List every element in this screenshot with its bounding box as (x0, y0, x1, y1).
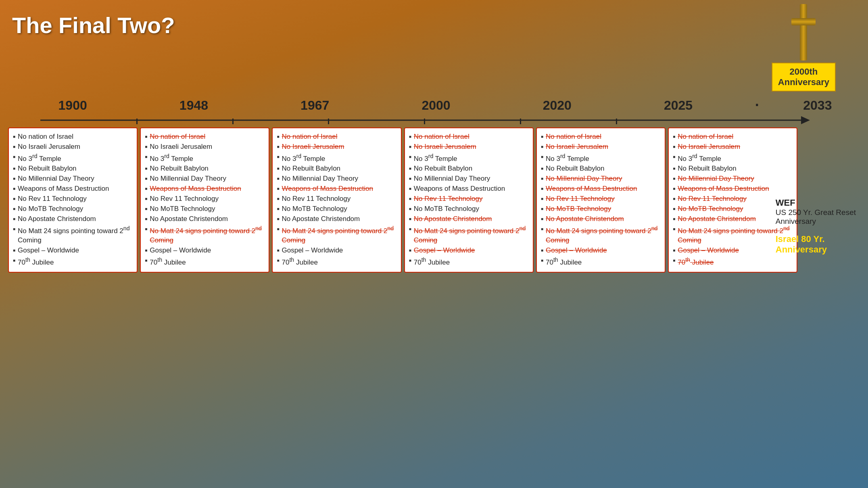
israel-label: Israel 80 Yr. (776, 234, 856, 244)
list-2020: No nation of Israel No Israeli Jerusalem… (541, 132, 661, 267)
cross-icon (791, 4, 816, 60)
us250-label: US 250 Yr. Great Reset (776, 208, 856, 217)
column-1948: No nation of Israel No Israeli Jerusalem… (140, 127, 269, 273)
column-2000: No nation of Israel No Israeli Jerusalem… (404, 127, 534, 273)
page-title: The Final Two? (12, 12, 175, 38)
list-1967: No nation of Israel No Israeli Jerusalem… (277, 132, 396, 267)
year-2025: 2025 (664, 98, 693, 113)
column-1967: No nation of Israel No Israeli Jerusalem… (272, 127, 401, 273)
column-2020: No nation of Israel No Israeli Jerusalem… (536, 127, 666, 273)
year-dot: · (755, 97, 759, 113)
list-2000: No nation of Israel No Israeli Jerusalem… (409, 132, 529, 267)
side-notes: WEF US 250 Yr. Great Reset Anniversary I… (776, 198, 856, 255)
timeline-area: 1900 1948 1967 2000 2020 2025 · 2033 (8, 97, 860, 273)
year-2033: 2033 (803, 98, 832, 113)
list-1900: No nation of Israel No Israeli Jerusalem… (13, 132, 133, 267)
year-1967: 1967 (300, 98, 329, 113)
list-1948: No nation of Israel No Israeli Jerusalem… (145, 132, 265, 267)
year-1900: 1900 (58, 98, 87, 113)
anniversary-label: Anniversary (776, 217, 856, 226)
cross-decoration: 2000th Anniversary (772, 4, 836, 92)
year-2000: 2000 (421, 98, 450, 113)
anniversary2-label: Anniversary (776, 244, 856, 255)
year-2020: 2020 (543, 98, 572, 113)
list-2025: No nation of Israel No Israeli Jerusalem… (673, 132, 793, 267)
anniversary-badge: 2000th Anniversary (772, 63, 836, 92)
year-1948: 1948 (179, 98, 208, 113)
wef-label: WEF (776, 198, 856, 208)
column-1900: No nation of Israel No Israeli Jerusalem… (8, 127, 138, 273)
